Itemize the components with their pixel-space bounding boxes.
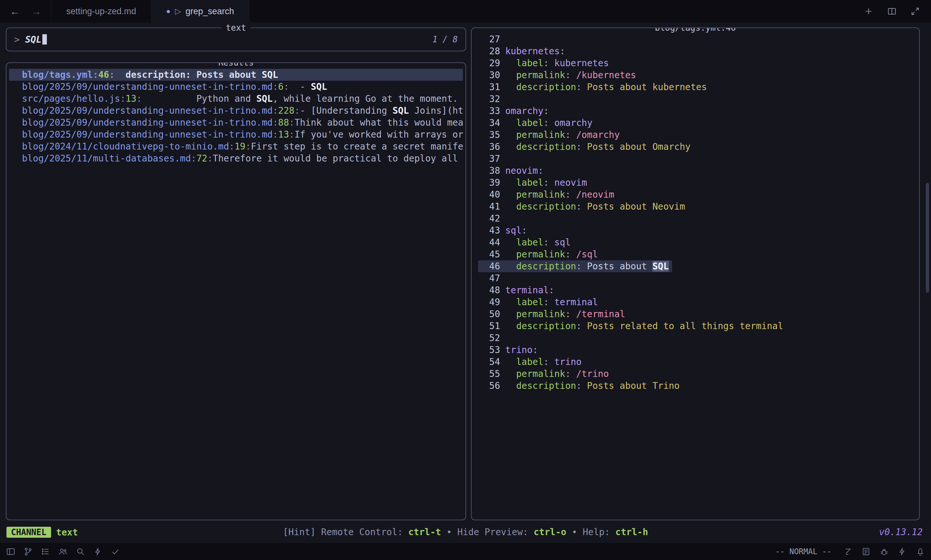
preview-line: 36 description: Posts about Omarchy [478, 141, 919, 153]
result-row[interactable]: src/pages/hello.js:13: Python and SQL, w… [9, 93, 463, 105]
preview-line: 41 description: Posts about Neovim [478, 200, 919, 212]
preview-box: blog/tags.yml:46 2728kubernetes:29 label… [471, 28, 920, 520]
preview-line: 27 [478, 33, 919, 45]
result-row[interactable]: blog/2025/09/understanding-unneset-in-tr… [9, 105, 463, 117]
new-tab-icon[interactable] [864, 6, 874, 16]
terminal-pane: text > SQL 1 / 8 Results blog/tags.yml:4… [0, 23, 931, 543]
tasks-zap-icon[interactable] [93, 547, 103, 557]
preview-line: 31 description: Posts about kubernetes [478, 81, 919, 93]
result-counter: 1 / 8 [432, 35, 458, 44]
tab-grep-search[interactable]: ● ▷ grep_search [151, 0, 249, 23]
hint-text: [Hint] Remote Control: ctrl-t • Hide Pre… [283, 525, 648, 539]
diagnostics-check-icon[interactable] [111, 547, 120, 557]
preview-line: 33omarchy: [478, 105, 919, 117]
collab-panel-icon[interactable] [58, 547, 68, 557]
preview-line: 42 [478, 212, 919, 225]
channel-badge: CHANNEL [6, 527, 51, 538]
version-label: v0.13.12 [879, 525, 923, 539]
preview-line: 32 [478, 93, 919, 105]
preview-line: 44 label: sql [478, 236, 919, 248]
preview-code: 2728kubernetes:29 label: kubernetes30 pe… [472, 28, 919, 392]
results-list: blog/tags.yml:46: description: Posts abo… [6, 63, 465, 165]
tab-setting-up-zed[interactable]: setting-up-zed.md [51, 0, 151, 23]
results-box-title: Results [214, 62, 258, 69]
result-row[interactable]: blog/tags.yml:46: description: Posts abo… [9, 69, 463, 81]
notifications-icon[interactable] [916, 547, 925, 557]
history-nav: ← → [0, 0, 51, 23]
preview-line: 55 permalink: /trino [478, 368, 919, 380]
back-arrow-icon[interactable]: ← [10, 6, 20, 17]
terminal-scrollbar-thumb[interactable] [926, 183, 929, 292]
preview-line: 38neovim: [478, 165, 919, 177]
preview-line: 49 label: terminal [478, 296, 919, 308]
vim-mode-indicator: -- NORMAL -- [775, 547, 831, 556]
result-row[interactable]: blog/2025/09/understanding-unneset-in-tr… [9, 117, 463, 129]
result-row[interactable]: blog/2025/11/multi-databases.md:72:There… [9, 152, 463, 165]
tab-label: grep_search [185, 6, 234, 17]
tab-label: setting-up-zed.md [66, 6, 136, 17]
project-panel-icon[interactable] [6, 547, 15, 557]
status-bar-right: -- NORMAL -- [775, 547, 925, 557]
split-pane-icon[interactable] [887, 6, 897, 16]
tab-actions [853, 0, 931, 23]
preview-line: 47 [478, 272, 919, 284]
preview-line: 28kubernetes: [478, 45, 919, 57]
search-panel-icon[interactable] [76, 547, 85, 557]
text-cursor [42, 34, 47, 45]
logs-icon[interactable] [861, 547, 871, 557]
preview-box-title: blog/tags.yml:46 [650, 28, 740, 34]
activity-dot-icon: ● [166, 7, 170, 15]
preview-line: 29 label: kubernetes [478, 57, 919, 69]
result-row[interactable]: blog/2024/11/cloudnativepg-to-minio.md:1… [9, 140, 463, 152]
fullscreen-icon[interactable] [910, 6, 920, 16]
preview-line: 53trino: [478, 344, 919, 356]
debug-icon[interactable] [879, 547, 889, 557]
terminal-play-icon: ▷ [175, 7, 181, 16]
status-bar-left [6, 547, 120, 557]
preview-line: 39 label: neovim [478, 177, 919, 189]
tab-bar: ← → setting-up-zed.md ● ▷ grep_search [0, 0, 931, 23]
edit-prediction-icon[interactable] [843, 547, 853, 557]
preview-line: 50 permalink: /terminal [478, 308, 919, 320]
outline-panel-icon[interactable] [41, 547, 51, 557]
preview-line: 30 permalink: /kubernetes [478, 69, 919, 81]
preview-line: 56 description: Posts about Trino [478, 380, 919, 392]
search-query-text: SQL [25, 34, 42, 45]
channel-indicator: CHANNEL text [6, 525, 78, 539]
git-panel-icon[interactable] [23, 547, 33, 557]
app-window: ← → setting-up-zed.md ● ▷ grep_search te… [0, 0, 931, 560]
preview-line: 35 permalink: /omarchy [478, 129, 919, 141]
channel-name: text [56, 527, 78, 538]
search-box-title: text [221, 22, 251, 34]
tv-status-row: CHANNEL text [Hint] Remote Control: ctrl… [6, 525, 925, 539]
preview-line: 52 [478, 332, 919, 344]
preview-line: 46 description: Posts about SQL [478, 260, 919, 272]
preview-line: 40 permalink: /neovim [478, 189, 919, 200]
result-row[interactable]: blog/2025/09/understanding-unneset-in-tr… [9, 81, 463, 93]
preview-line: 54 label: trino [478, 356, 919, 368]
status-bar: -- NORMAL -- [0, 543, 931, 560]
preview-line: 43sql: [478, 225, 919, 236]
result-row[interactable]: blog/2025/09/understanding-unneset-in-tr… [9, 129, 463, 140]
quick-actions-icon[interactable] [897, 547, 907, 557]
preview-line: 34 label: omarchy [478, 117, 919, 129]
prompt-icon: > [14, 34, 20, 45]
preview-line: 37 [478, 153, 919, 165]
preview-line: 51 description: Posts related to all thi… [478, 320, 919, 332]
search-query [20, 34, 25, 45]
results-box: Results blog/tags.yml:46: description: P… [6, 62, 466, 520]
preview-line: 45 permalink: /sql [478, 248, 919, 260]
forward-arrow-icon[interactable]: → [31, 6, 42, 17]
preview-line: 48terminal: [478, 284, 919, 296]
search-box: text > SQL 1 / 8 [6, 28, 466, 51]
